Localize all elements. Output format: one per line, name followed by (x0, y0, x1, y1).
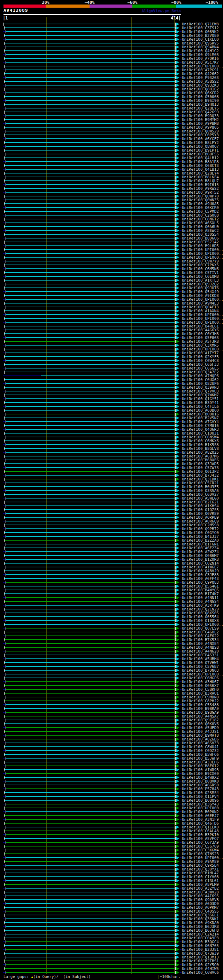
alignment-bar[interactable] (6, 880, 175, 881)
alignment-bar[interactable] (6, 77, 175, 78)
alignment-bar[interactable] (5, 853, 175, 854)
alignment-bar[interactable] (6, 138, 175, 139)
alignment-bar[interactable] (5, 838, 175, 839)
alignment-bar[interactable] (5, 456, 175, 457)
alignment-bar[interactable] (5, 81, 175, 82)
alignment-bar[interactable] (6, 31, 175, 32)
alignment-bar[interactable] (5, 662, 175, 663)
alignment-bar[interactable] (6, 39, 175, 40)
alignment-bar[interactable] (6, 911, 175, 912)
alignment-bar[interactable] (5, 846, 175, 846)
alignment-bar[interactable] (6, 681, 175, 682)
alignment-bar[interactable] (6, 360, 175, 361)
alignment-bar[interactable] (6, 314, 175, 315)
alignment-bar[interactable] (5, 784, 175, 785)
alignment-bar[interactable] (6, 422, 175, 422)
alignment-bar[interactable] (6, 674, 175, 675)
alignment-bar[interactable] (6, 406, 175, 407)
alignment-bar[interactable] (6, 666, 175, 667)
alignment-bar[interactable] (5, 678, 175, 678)
alignment-bar[interactable] (5, 89, 175, 89)
alignment-bar[interactable] (6, 743, 175, 743)
alignment-bar[interactable] (6, 345, 175, 345)
alignment-bar[interactable] (6, 54, 175, 55)
alignment-bar[interactable] (5, 142, 175, 143)
alignment-bar[interactable] (6, 108, 175, 108)
alignment-bar[interactable] (5, 930, 175, 931)
alignment-bar[interactable] (6, 528, 175, 529)
alignment-bar[interactable] (5, 372, 175, 372)
alignment-bar[interactable] (6, 429, 175, 430)
alignment-bar[interactable] (5, 746, 175, 747)
alignment-bar[interactable] (5, 387, 175, 388)
alignment-bar[interactable] (5, 961, 175, 961)
alignment-bar[interactable] (5, 349, 175, 349)
alignment-bar[interactable] (4, 24, 175, 24)
alignment-bar[interactable] (5, 547, 175, 548)
alignment-bar[interactable] (5, 204, 175, 204)
alignment-bar[interactable] (6, 100, 175, 101)
alignment-bar[interactable] (6, 215, 175, 216)
alignment-bar[interactable] (5, 532, 175, 533)
alignment-bar[interactable] (5, 632, 175, 632)
alignment-bar[interactable] (5, 739, 175, 740)
alignment-bar[interactable] (5, 479, 175, 479)
alignment-bar[interactable] (5, 111, 175, 112)
alignment-bar[interactable] (5, 165, 175, 166)
alignment-bar[interactable] (6, 788, 175, 789)
alignment-bar[interactable] (6, 123, 175, 124)
alignment-bar[interactable] (6, 659, 175, 659)
alignment-bar[interactable] (6, 888, 175, 889)
alignment-bar[interactable] (6, 949, 175, 950)
alignment-bar[interactable] (5, 899, 175, 900)
alignment-bar[interactable] (6, 857, 175, 858)
alignment-bar[interactable] (5, 517, 175, 518)
alignment-bar[interactable] (6, 819, 175, 820)
alignment-bar[interactable] (5, 73, 175, 74)
alignment-bar[interactable] (6, 964, 175, 965)
alignment-bar[interactable] (6, 934, 175, 934)
alignment-bar[interactable] (5, 51, 175, 51)
alignment-bar[interactable] (6, 353, 175, 353)
alignment-bar[interactable] (6, 498, 175, 498)
alignment-bar[interactable] (5, 609, 175, 609)
alignment-bar[interactable] (5, 555, 175, 556)
alignment-bar[interactable] (6, 329, 175, 330)
alignment-bar[interactable] (5, 830, 175, 831)
alignment-bar[interactable] (5, 441, 175, 441)
alignment-bar[interactable] (6, 651, 175, 651)
alignment-bar[interactable] (6, 299, 175, 300)
alignment-bar[interactable] (5, 624, 175, 625)
alignment-bar[interactable] (5, 509, 175, 510)
alignment-bar[interactable] (5, 731, 175, 732)
alignment-bar[interactable] (5, 234, 175, 235)
alignment-bar[interactable] (6, 918, 175, 919)
alignment-bar[interactable] (6, 834, 175, 835)
alignment-bar[interactable] (6, 620, 175, 621)
alignment-bar[interactable] (5, 601, 175, 602)
alignment-bar[interactable] (5, 127, 175, 127)
alignment-bar[interactable] (6, 245, 175, 246)
alignment-bar[interactable] (6, 551, 175, 552)
alignment-bar[interactable] (5, 280, 175, 280)
alignment-bar[interactable] (5, 769, 175, 770)
alignment-bar[interactable] (6, 704, 175, 705)
alignment-bar[interactable] (5, 272, 175, 273)
alignment-bar[interactable] (5, 196, 175, 196)
alignment-bar[interactable] (5, 670, 175, 671)
alignment-bar[interactable] (6, 482, 175, 483)
alignment-bar[interactable] (6, 697, 175, 697)
alignment-bar[interactable] (5, 792, 175, 793)
alignment-bar[interactable] (6, 612, 175, 613)
alignment-bar[interactable] (5, 586, 175, 587)
alignment-bar[interactable] (6, 200, 175, 200)
alignment-bar[interactable] (6, 475, 175, 476)
alignment-bar[interactable] (6, 597, 175, 598)
alignment-bar[interactable] (6, 628, 175, 628)
alignment-bar[interactable] (6, 414, 175, 414)
alignment-bar[interactable] (5, 188, 175, 189)
alignment-bar[interactable] (6, 131, 175, 131)
alignment-bar[interactable] (6, 506, 175, 506)
alignment-bar[interactable] (5, 471, 175, 472)
alignment-bar[interactable] (6, 46, 175, 47)
